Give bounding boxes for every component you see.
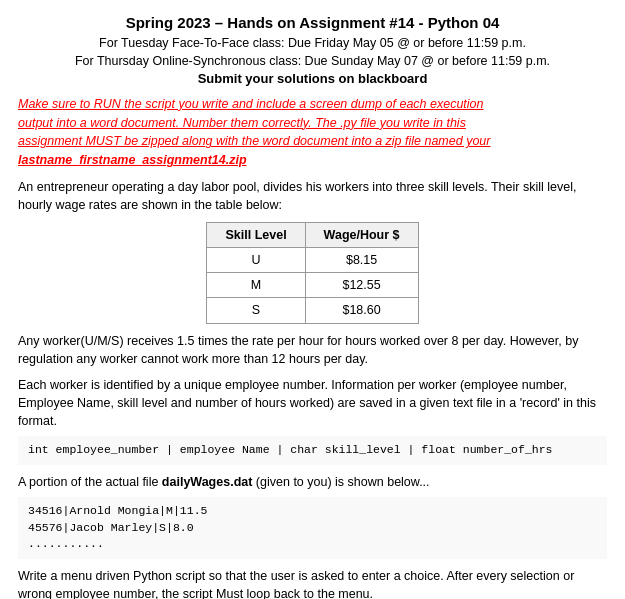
file-line: ........... [28, 536, 597, 553]
menu-intro-text: Write a menu driven Python script so tha… [18, 567, 607, 599]
para2: Each worker is identified by a unique em… [18, 376, 607, 430]
intro-text: An entrepreneur operating a day labor po… [18, 178, 607, 214]
table-row: U [207, 248, 305, 273]
warning-block: Make sure to RUN the script you write an… [18, 95, 607, 170]
due-tuesday: For Tuesday Face-To-Face class: Due Frid… [99, 36, 526, 50]
page-title: Spring 2023 – Hands on Assignment #14 - … [18, 12, 607, 34]
menu-intro-paragraph: Write a menu driven Python script so tha… [18, 569, 574, 599]
file-intro: A portion of the actual file dailyWages.… [18, 473, 607, 491]
table-row: $8.15 [305, 248, 418, 273]
warning-line3: assignment MUST be zipped along with the… [18, 134, 490, 148]
submit-text: Submit your solutions on blackboard [198, 71, 428, 86]
table-row: M [207, 273, 305, 298]
para1: Any worker(U/M/S) receives 1.5 times the… [18, 332, 607, 368]
code-format-text: int employee_number | employee Name | ch… [28, 443, 553, 456]
code-format-block: int employee_number | employee Name | ch… [18, 436, 607, 465]
table-row: S [207, 298, 305, 323]
para1-text: Any worker(U/M/S) receives 1.5 times the… [18, 334, 578, 366]
col-skill-level: Skill Level [207, 223, 305, 248]
warning-line2: output into a word document. Number them… [18, 116, 466, 130]
table-row: $12.55 [305, 273, 418, 298]
subtitle-part: - Python 04 [419, 14, 500, 31]
submit-heading: Submit your solutions on blackboard [18, 70, 607, 89]
warning-filename: lastname_firstname_assignment14.zip [18, 153, 247, 167]
intro-paragraph: An entrepreneur operating a day labor po… [18, 180, 576, 212]
file-line: 34516|Arnold Mongia|M|11.5 [28, 503, 597, 520]
due-thursday: For Thursday Online-Synchronous class: D… [75, 54, 550, 68]
warning-line1: Make sure to RUN the script you write an… [18, 97, 484, 111]
col-wage: Wage/Hour $ [305, 223, 418, 248]
file-lines-block: 34516|Arnold Mongia|M|11.545576|Jacob Ma… [18, 497, 607, 559]
due-line3: For Thursday Online-Synchronous class: D… [18, 52, 607, 70]
title-text: Spring 2023 – Hands on Assignment #14 [126, 14, 415, 31]
para2-text: Each worker is identified by a unique em… [18, 378, 596, 428]
file-line: 45576|Jacob Marley|S|8.0 [28, 520, 597, 537]
table-row: $18.60 [305, 298, 418, 323]
file-name-bold: dailyWages.dat [162, 475, 253, 489]
due-line2: For Tuesday Face-To-Face class: Due Frid… [18, 34, 607, 52]
skill-table: Skill Level Wage/Hour $ U$8.15M$12.55S$1… [206, 222, 418, 324]
